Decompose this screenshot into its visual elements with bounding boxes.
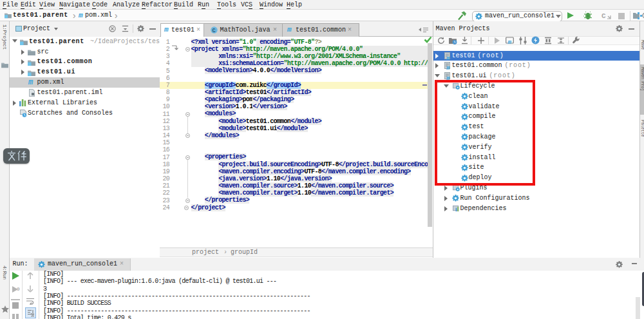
svg-text:C: C [212,28,215,34]
svg-text:m: m [446,65,450,72]
svg-text:m: m [446,55,450,62]
svg-text:m: m [507,39,511,44]
